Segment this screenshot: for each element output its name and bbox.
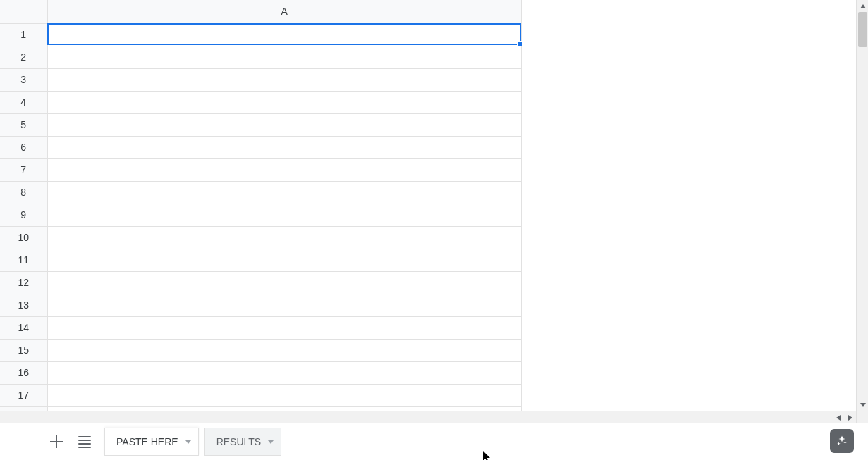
- scroll-corner: [856, 411, 868, 423]
- sheet-tab-results[interactable]: RESULTS: [204, 428, 282, 456]
- add-sheet-button[interactable]: [42, 428, 71, 456]
- horizontal-scrollbar[interactable]: [0, 411, 856, 423]
- spreadsheet-viewport: A 1 2 3 4 5 6 7 8 9 10 11 12 13 14 15 16…: [0, 0, 856, 423]
- cell-A15[interactable]: [47, 339, 522, 361]
- row-header[interactable]: 11: [0, 249, 47, 271]
- explore-button[interactable]: [830, 429, 854, 453]
- cell-A5[interactable]: [47, 113, 522, 136]
- all-sheets-button[interactable]: [71, 428, 99, 456]
- cell-A4[interactable]: [47, 91, 522, 113]
- cell-A3[interactable]: [47, 68, 522, 91]
- cell-A11[interactable]: [47, 249, 522, 271]
- sparkle-icon: [836, 435, 848, 447]
- column-header-A[interactable]: A: [47, 0, 522, 23]
- scroll-up-button[interactable]: [857, 0, 868, 12]
- row-header[interactable]: 14: [0, 316, 47, 339]
- grid-edge: [522, 0, 522, 409]
- plus-icon: [50, 435, 63, 448]
- row-header[interactable]: 2: [0, 46, 47, 68]
- cell-A12[interactable]: [47, 271, 522, 294]
- row-header[interactable]: 4: [0, 91, 47, 113]
- cell-A16[interactable]: [47, 361, 522, 384]
- row-header[interactable]: 12: [0, 271, 47, 294]
- row-header[interactable]: 7: [0, 158, 47, 181]
- row-header[interactable]: 10: [0, 226, 47, 249]
- row-header[interactable]: 1: [0, 23, 47, 46]
- row-header[interactable]: 17: [0, 384, 47, 406]
- cell-A17[interactable]: [47, 384, 522, 406]
- row-header[interactable]: 13: [0, 294, 47, 316]
- select-all-corner[interactable]: [0, 0, 47, 23]
- cell-A14[interactable]: [47, 316, 522, 339]
- chevron-down-icon[interactable]: [268, 440, 274, 444]
- scroll-right-button[interactable]: [844, 411, 856, 423]
- cell-A8[interactable]: [47, 181, 522, 204]
- cell-A6[interactable]: [47, 136, 522, 158]
- chevron-down-icon[interactable]: [185, 440, 191, 444]
- sheet-tab-label: PASTE HERE: [116, 436, 178, 447]
- vertical-scroll-thumb[interactable]: [858, 12, 867, 47]
- sheet-tab-bar: PASTE HERE RESULTS: [0, 423, 868, 460]
- vertical-scrollbar[interactable]: [856, 0, 868, 411]
- row-header[interactable]: 3: [0, 68, 47, 91]
- hamburger-icon: [78, 434, 91, 450]
- row-header[interactable]: 5: [0, 113, 47, 136]
- cell-A2[interactable]: [47, 46, 522, 68]
- scroll-down-button[interactable]: [857, 399, 868, 411]
- row-header[interactable]: 16: [0, 361, 47, 384]
- row-header[interactable]: 6: [0, 136, 47, 158]
- grid-table: A 1 2 3 4 5 6 7 8 9 10 11 12 13 14 15 16…: [0, 0, 522, 424]
- row-header[interactable]: 8: [0, 181, 47, 204]
- cell-A9[interactable]: [47, 204, 522, 226]
- cell-A13[interactable]: [47, 294, 522, 316]
- cell-A1[interactable]: [47, 23, 522, 46]
- scroll-left-button[interactable]: [832, 411, 844, 423]
- sheet-tab-label: RESULTS: [216, 436, 262, 447]
- row-header[interactable]: 15: [0, 339, 47, 361]
- cell-A7[interactable]: [47, 158, 522, 181]
- row-header[interactable]: 9: [0, 204, 47, 226]
- sheet-tab-paste-here[interactable]: PASTE HERE: [104, 428, 199, 456]
- cell-A10[interactable]: [47, 226, 522, 249]
